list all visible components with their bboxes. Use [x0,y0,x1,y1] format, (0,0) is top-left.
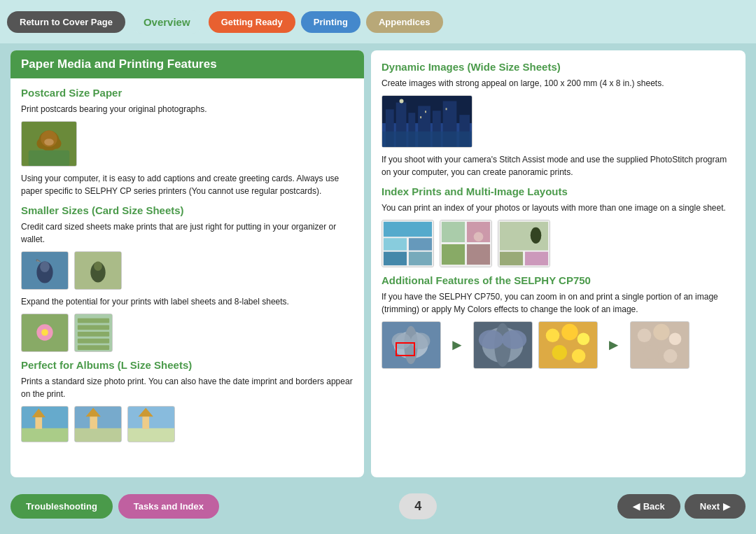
city-image-row [382,95,735,148]
index-text1: You can print an index of your photos or… [382,202,735,214]
svg-point-76 [546,329,560,343]
svg-rect-47 [382,132,472,148]
postcard-image-row [21,121,354,167]
svg-rect-52 [384,252,407,265]
svg-rect-18 [78,325,109,330]
albums-image-row [21,406,354,442]
next-arrow-icon: ▶ [723,501,730,512]
svg-point-83 [653,324,669,340]
svg-rect-63 [525,252,548,265]
postcard-text1: Print postcards bearing your original ph… [21,103,354,115]
smaller-image-row [21,251,354,290]
svg-rect-21 [78,345,109,350]
smaller-text1: Credit card sized sheets make prints tha… [21,220,354,246]
flowers-yellow-image [538,321,598,369]
index-image1 [382,220,434,267]
back-arrow-icon: ◀ [633,501,640,512]
smaller-title: Smaller Sizes (Card Size Sheets) [21,204,354,216]
main-content: Paper Media and Printing Features Postca… [0,43,756,484]
svg-rect-62 [500,252,523,265]
bottom-left-buttons: Troubleshooting Tasks and Index [10,494,219,519]
beach1-image [21,406,69,442]
svg-rect-6 [29,150,70,166]
dynamic-title: Dynamic Images (Wide Size Sheets) [382,61,735,73]
return-to-cover-button[interactable]: Return to Cover Page [7,11,125,33]
svg-rect-31 [128,428,174,442]
crop-indicator [396,342,415,356]
butterfly-crop-image [382,321,441,369]
getting-ready-tab[interactable]: Getting Ready [209,11,295,33]
bottom-navigation: Troubleshooting Tasks and Index 4 ◀ Back… [0,484,756,528]
svg-rect-49 [384,222,432,237]
svg-rect-58 [467,244,490,265]
index-image3 [498,220,550,267]
svg-point-73 [479,330,503,349]
smaller-text2: Expand the potential for your prints wit… [21,295,354,308]
albums-title: Perfect for Albums (L Size Sheets) [21,359,354,371]
postcard-title: Postcard Size Paper [21,87,354,99]
next-label: Next [700,501,720,512]
bird1-image [21,251,69,290]
svg-point-12 [94,261,102,271]
top-navigation: Return to Cover Page Overview Getting Re… [0,0,756,43]
dynamic-text1: Create images with strong appeal on larg… [382,77,735,90]
svg-rect-51 [409,238,432,251]
index-title: Index Prints and Multi-Image Layouts [382,185,735,197]
additional-text1: If you have the SELPHY CP750, you can zo… [382,290,735,316]
tasks-and-index-button[interactable]: Tasks and Index [118,494,219,519]
beach2-image [74,406,122,442]
svg-point-74 [502,330,526,349]
svg-point-15 [41,329,48,336]
svg-rect-23 [22,428,68,442]
svg-rect-55 [442,222,465,242]
monkey-image [21,121,77,167]
svg-rect-46 [446,108,447,110]
section-title: Paper Media and Printing Features [10,50,364,78]
svg-rect-45 [425,111,426,113]
back-button[interactable]: ◀ Back [617,494,680,519]
bottom-right-buttons: ◀ Back Next ▶ [617,494,746,519]
postcard-text2: Using your computer, it is easy to add c… [21,172,354,197]
overview-tab[interactable]: Overview [131,10,203,34]
svg-point-5 [44,139,54,146]
svg-point-77 [561,324,578,340]
bird2-image [74,251,122,290]
back-label: Back [643,501,665,512]
albums-text1: Prints a standard size photo print. You … [21,375,354,400]
svg-rect-28 [90,416,97,428]
left-panel: Paper Media and Printing Features Postca… [10,50,364,477]
svg-rect-53 [409,252,432,265]
svg-point-79 [552,345,566,360]
arrow-icon2: ► [606,336,622,354]
svg-point-78 [577,332,589,345]
svg-rect-24 [35,416,42,428]
svg-rect-57 [442,244,465,265]
svg-point-80 [572,349,586,363]
butterfly-cropped-image [473,321,533,369]
svg-point-59 [474,232,484,241]
flowers-beige-image [630,321,690,369]
troubleshooting-button[interactable]: Troubleshooting [10,494,113,519]
svg-rect-44 [420,116,421,118]
index-image2 [440,220,492,267]
svg-rect-17 [78,318,109,323]
page-number: 4 [399,493,437,519]
arrow-icon: ► [449,336,465,354]
svg-rect-20 [78,339,109,344]
additional-image-row: ► ► [382,321,735,369]
svg-point-64 [531,227,542,244]
svg-rect-32 [142,416,149,428]
appendices-tab[interactable]: Appendices [366,11,443,33]
right-panel: Dynamic Images (Wide Size Sheets) Create… [371,50,746,477]
city-image [382,95,472,148]
svg-rect-27 [75,428,121,442]
next-button[interactable]: Next ▶ [685,494,746,519]
flower-image [21,314,69,352]
printing-tab[interactable]: Printing [301,11,360,33]
label-image-row [21,314,354,352]
labels-image [74,314,113,352]
svg-point-43 [400,99,404,104]
svg-point-85 [643,345,658,360]
svg-rect-50 [384,238,407,251]
dynamic-text2: If you shoot with your camera's Stitch A… [382,153,735,178]
